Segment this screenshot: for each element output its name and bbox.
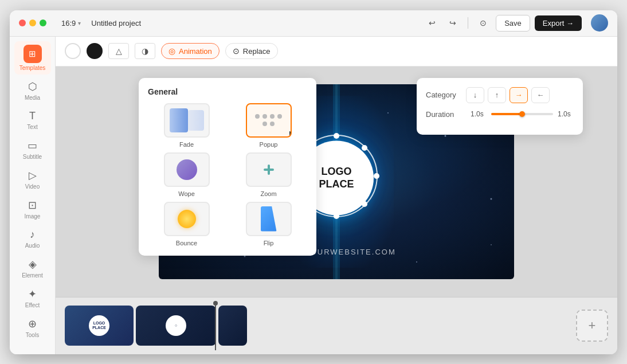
duration-end: 1.0s bbox=[558, 110, 574, 118]
popup-dot bbox=[270, 122, 275, 126]
sidebar-label-templates: Templates bbox=[19, 65, 46, 71]
color-picker-light[interactable] bbox=[65, 43, 81, 59]
content-area: △ ◑ ◎ Animation ⊙ Replace bbox=[56, 37, 617, 354]
timeline-needle bbox=[215, 301, 216, 350]
anim-item-zoom[interactable]: Zoom bbox=[230, 152, 307, 197]
divider bbox=[468, 17, 468, 29]
sidebar-item-media[interactable]: ⬡ Media bbox=[14, 77, 51, 104]
titlebar: 16:9 ▾ Untitled project ↩ ↪ ⊙ Save Expor… bbox=[10, 10, 617, 37]
sidebar-item-audio[interactable]: ♪ Audio bbox=[14, 225, 51, 252]
animation-panel: General Fade bbox=[139, 78, 316, 256]
app-window: 16:9 ▾ Untitled project ↩ ↪ ⊙ Save Expor… bbox=[10, 10, 617, 354]
anim-label-popup: Popup bbox=[260, 141, 278, 148]
timeline-clip-video[interactable]: ○ bbox=[136, 306, 216, 346]
anim-item-bounce[interactable]: Bounce bbox=[148, 202, 225, 246]
undo-button[interactable]: ↩ bbox=[424, 15, 440, 31]
panel-title: General bbox=[148, 87, 307, 96]
close-button[interactable] bbox=[19, 19, 26, 26]
effects-button[interactable]: ◑ bbox=[135, 43, 155, 59]
sidebar-item-image[interactable]: ⊡ Image bbox=[14, 195, 51, 223]
clip-logo-badge: LOGOPLACE bbox=[89, 315, 109, 336]
flip-rect bbox=[261, 206, 277, 232]
animation-label: Animation bbox=[179, 47, 212, 56]
canvas-section[interactable]: General Fade bbox=[56, 66, 617, 297]
category-label: Category bbox=[426, 91, 466, 99]
sidebar-label-text: Text bbox=[27, 124, 37, 130]
maximize-button[interactable] bbox=[40, 19, 46, 26]
sidebar-item-text[interactable]: T Text bbox=[14, 107, 51, 134]
replace-tab[interactable]: ⊙ Replace bbox=[225, 43, 278, 59]
subtitle-icon: ▭ bbox=[28, 139, 37, 152]
anim-label-fade: Fade bbox=[179, 141, 194, 148]
ratio-label: 16:9 bbox=[61, 19, 76, 28]
export-button[interactable]: Export → bbox=[535, 15, 582, 31]
sidebar-label-image: Image bbox=[25, 213, 41, 220]
category-arrows: ↓ ↑ → ← bbox=[466, 87, 550, 103]
cursor-icon: ▶ bbox=[289, 128, 292, 138]
clip-video-content: ○ bbox=[136, 306, 216, 346]
duration-row: Duration 1.0s 1.0s bbox=[426, 110, 574, 119]
magic-icon: ⊙ bbox=[480, 18, 487, 28]
timeline-clip-video2[interactable] bbox=[218, 306, 247, 346]
templates-icon: ⊞ bbox=[23, 45, 42, 63]
anim-item-flip[interactable]: Flip bbox=[230, 202, 307, 246]
duration-slider[interactable] bbox=[491, 113, 553, 115]
popup-dot bbox=[255, 114, 260, 119]
arrow-left-btn[interactable]: ← bbox=[531, 87, 550, 103]
sidebar-item-templates[interactable]: ⊞ Templates bbox=[14, 41, 51, 75]
bounce-sun bbox=[178, 210, 196, 228]
wope-circle bbox=[177, 159, 197, 180]
popup-dot bbox=[277, 114, 282, 119]
sidebar-label-effect: Effect bbox=[25, 302, 40, 308]
sidebar-item-video[interactable]: ▷ Video bbox=[14, 166, 51, 193]
project-title: Untitled project bbox=[91, 19, 417, 28]
sidebar-label-element: Element bbox=[22, 272, 43, 279]
anim-item-fade[interactable]: Fade bbox=[148, 103, 225, 148]
toolbar: △ ◑ ◎ Animation ⊙ Replace bbox=[56, 37, 617, 66]
animation-tab[interactable]: ◎ Animation bbox=[161, 43, 220, 59]
anim-label-flip: Flip bbox=[264, 240, 274, 246]
anim-thumb-wope bbox=[164, 152, 210, 187]
minimize-button[interactable] bbox=[29, 19, 36, 26]
ratio-selector[interactable]: 16:9 ▾ bbox=[58, 17, 84, 29]
timeline-clip-logo[interactable]: LOGOPLACE bbox=[65, 306, 134, 346]
popup-dot bbox=[270, 114, 275, 119]
canvas-timeline-area: General Fade bbox=[56, 66, 617, 354]
popup-dot bbox=[262, 122, 267, 126]
image-icon: ⊡ bbox=[28, 199, 37, 212]
shape-button[interactable]: △ bbox=[108, 43, 129, 59]
anim-thumb-zoom bbox=[246, 152, 292, 187]
sidebar-label-subtitle: Subtitle bbox=[23, 154, 42, 160]
replace-icon: ⊙ bbox=[233, 46, 240, 56]
effects-icon: ◑ bbox=[142, 46, 148, 56]
arrow-right-btn[interactable]: → bbox=[510, 87, 528, 103]
sidebar-label-tools: Tools bbox=[26, 332, 39, 338]
clip-video2-content bbox=[218, 306, 247, 346]
anim-thumb-popup: ▶ bbox=[246, 103, 292, 138]
audio-icon: ♪ bbox=[30, 229, 35, 241]
effect-icon: ✦ bbox=[28, 288, 37, 300]
user-avatar[interactable] bbox=[591, 14, 608, 32]
sidebar-label-media: Media bbox=[25, 95, 40, 101]
sidebar-item-effect[interactable]: ✦ Effect bbox=[14, 284, 51, 312]
timeline-track: LOGOPLACE ○ bbox=[65, 306, 570, 346]
redo-button[interactable]: ↪ bbox=[445, 15, 461, 31]
arrow-up-btn[interactable]: ↑ bbox=[488, 87, 506, 103]
arrow-down-btn[interactable]: ↓ bbox=[466, 87, 484, 103]
magic-button[interactable]: ⊙ bbox=[475, 15, 491, 31]
anim-thumb-bounce bbox=[164, 202, 210, 236]
timeline-add-button[interactable]: + bbox=[576, 310, 608, 342]
color-picker-dark[interactable] bbox=[87, 43, 103, 59]
fade-right-shape bbox=[188, 110, 204, 131]
category-row: Category ↓ ↑ → ← bbox=[426, 87, 574, 103]
save-button[interactable]: Save bbox=[496, 15, 530, 32]
sidebar-item-tools[interactable]: ⊕ Tools bbox=[14, 314, 51, 342]
sidebar-label-audio: Audio bbox=[25, 242, 40, 249]
timeline-section: LOGOPLACE ○ + bbox=[56, 297, 617, 354]
main-layout: ⊞ Templates ⬡ Media T Text ▭ Subtitle ▷ … bbox=[10, 37, 617, 354]
anim-item-popup[interactable]: ▶ Popup bbox=[230, 103, 307, 148]
sidebar-item-element[interactable]: ◈ Element bbox=[14, 255, 51, 282]
canvas-logo-text: LOGOPLACE bbox=[319, 165, 354, 190]
anim-item-wope[interactable]: Wope bbox=[148, 152, 225, 197]
sidebar-item-subtitle[interactable]: ▭ Subtitle bbox=[14, 136, 51, 163]
